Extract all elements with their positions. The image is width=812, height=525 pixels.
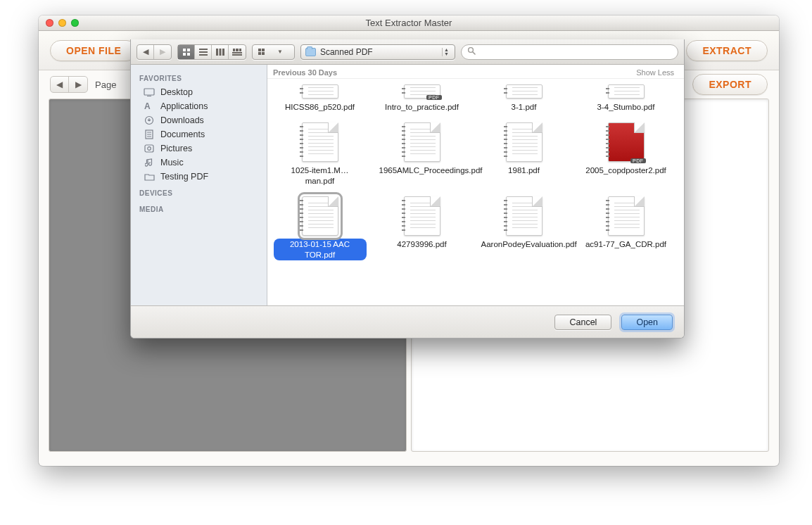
pdf-badge-icon: PDF: [630, 158, 646, 163]
svg-rect-9: [222, 49, 224, 56]
svg-rect-12: [233, 49, 235, 51]
file-name-label: 3-4_Stumbo.pdf: [594, 101, 659, 113]
file-item[interactable]: ac91-77_GA_CDR.pdf: [576, 194, 675, 253]
file-item[interactable]: 3-1.pdf: [474, 82, 573, 115]
file-name-label: 2013-01-15 AAC TOR.pdf: [274, 239, 367, 260]
svg-rect-11: [232, 54, 242, 56]
back-icon[interactable]: ◀: [137, 45, 154, 59]
svg-rect-5: [199, 51, 208, 53]
view-mode-segment[interactable]: [177, 44, 246, 60]
file-thumbnail: [506, 196, 543, 236]
search-input[interactable]: [480, 47, 672, 57]
file-thumbnail: [404, 122, 440, 162]
sidebar-item-documents[interactable]: Documents: [131, 127, 267, 141]
apps-icon: A: [144, 101, 155, 111]
extract-button[interactable]: EXTRACT: [686, 40, 768, 61]
file-area: Previous 30 Days Show Less HICSS86_p520.…: [267, 65, 684, 305]
folder-icon: [305, 48, 316, 56]
sidebar-item-desktop[interactable]: Desktop: [131, 85, 267, 99]
svg-rect-22: [147, 96, 151, 96]
file-item[interactable]: 2013-01-15 AAC TOR.pdf: [270, 194, 369, 263]
sidebar-item-testing-pdf[interactable]: Testing PDF: [131, 170, 267, 184]
column-view-icon[interactable]: [212, 45, 229, 59]
cancel-button[interactable]: Cancel: [554, 315, 611, 330]
file-name-label: AaronPodeyEvaluation.pdf: [478, 239, 571, 250]
file-scroll[interactable]: HICSS86_p520.pdfPDFIntro_to_practice.pdf…: [267, 79, 684, 305]
arrange-icon[interactable]: ▼: [253, 45, 294, 59]
file-item[interactable]: PDFIntro_to_practice.pdf: [372, 82, 471, 115]
sidebar-item-applications[interactable]: AApplications: [131, 99, 267, 113]
sidebar-item-pictures[interactable]: Pictures: [131, 141, 267, 156]
file-thumbnail: [302, 122, 338, 162]
open-file-sheet: ◀ ▶ ▼ Scanned PDF ▲▼: [130, 39, 685, 339]
window-title: Text Extractor Master: [39, 18, 779, 28]
file-item[interactable]: 3-4_Stumbo.pdf: [576, 82, 675, 115]
sidebar-item-label: Pictures: [160, 144, 192, 153]
documents-icon: [144, 129, 155, 139]
svg-rect-15: [258, 49, 261, 51]
svg-rect-21: [144, 89, 154, 95]
group-title: Previous 30 Days: [273, 68, 337, 77]
file-group-header: Previous 30 Days Show Less: [267, 65, 684, 79]
svg-rect-17: [258, 52, 261, 55]
open-file-button[interactable]: OPEN FILE: [50, 40, 137, 61]
file-name-label: HICSS86_p520.pdf: [281, 101, 358, 113]
file-thumbnail: [608, 84, 645, 99]
forward-icon[interactable]: ▶: [154, 45, 171, 59]
file-thumbnail: [404, 196, 440, 236]
svg-rect-14: [239, 49, 241, 51]
open-button[interactable]: Open: [621, 315, 673, 330]
svg-rect-16: [262, 49, 265, 51]
search-field[interactable]: [461, 44, 678, 60]
popup-arrows-icon: ▲▼: [442, 48, 450, 56]
sidebar-item-downloads[interactable]: Downloads: [131, 113, 267, 127]
svg-rect-4: [199, 49, 208, 50]
icon-view-icon[interactable]: [178, 45, 195, 59]
history-nav[interactable]: ◀ ▶: [137, 44, 172, 60]
path-popup-label: Scanned PDF: [320, 47, 373, 57]
svg-point-30: [148, 147, 151, 151]
file-item[interactable]: AaronPodeyEvaluation.pdf: [474, 194, 573, 253]
svg-text:A: A: [144, 101, 151, 111]
path-popup[interactable]: Scanned PDF ▲▼: [300, 44, 455, 60]
sidebar-item-music[interactable]: Music: [131, 156, 267, 170]
file-name-label: 1965AMLC_Proceedings.pdf: [376, 165, 469, 176]
file-thumbnail: [506, 122, 543, 162]
sheet-footer: Cancel Open: [131, 305, 684, 338]
sidebar-header-favorites: FAVORITES: [131, 69, 267, 85]
next-page-icon[interactable]: ▶: [69, 77, 87, 92]
show-less-link[interactable]: Show Less: [636, 68, 674, 77]
coverflow-view-icon[interactable]: [229, 45, 246, 59]
file-item[interactable]: 1981.pdf: [474, 120, 573, 179]
file-thumbnail: [608, 196, 645, 236]
desktop-icon: [144, 87, 155, 97]
file-item[interactable]: 1965AMLC_Proceedings.pdf: [372, 120, 471, 179]
list-view-icon[interactable]: [195, 45, 212, 59]
titlebar: Text Extractor Master: [39, 15, 779, 31]
svg-rect-18: [262, 52, 265, 55]
file-thumbnail: PDF: [608, 122, 645, 162]
sidebar: FAVORITES DesktopAApplicationsDownloadsD…: [131, 65, 267, 305]
file-thumbnail: [302, 196, 338, 236]
sidebar-item-label: Downloads: [160, 115, 204, 125]
prev-page-icon[interactable]: ◀: [51, 77, 69, 92]
svg-line-20: [473, 52, 475, 54]
file-name-label: 3-1.pdf: [508, 101, 540, 113]
file-item[interactable]: 1025-item1.M…man.pdf: [270, 120, 369, 189]
page-label: Page: [95, 80, 116, 90]
downloads-icon: [144, 115, 155, 125]
page-nav-segment[interactable]: ◀ ▶: [50, 76, 88, 93]
sheet-toolbar: ◀ ▶ ▼ Scanned PDF ▲▼: [131, 39, 684, 65]
file-name-label: 1981.pdf: [505, 165, 543, 176]
arrange-menu[interactable]: ▼: [252, 44, 295, 60]
export-button[interactable]: EXPORT: [692, 74, 768, 95]
search-icon: [467, 46, 476, 57]
file-item[interactable]: 42793996.pdf: [372, 194, 471, 253]
svg-point-19: [469, 48, 474, 53]
file-item[interactable]: HICSS86_p520.pdf: [270, 82, 369, 115]
file-name-label: 42793996.pdf: [393, 239, 450, 250]
file-item[interactable]: PDF2005_copdposter2.pdf: [576, 120, 675, 179]
sidebar-item-label: Music: [160, 158, 184, 167]
pdf-badge-icon: PDF: [426, 95, 442, 100]
svg-rect-29: [145, 145, 153, 152]
